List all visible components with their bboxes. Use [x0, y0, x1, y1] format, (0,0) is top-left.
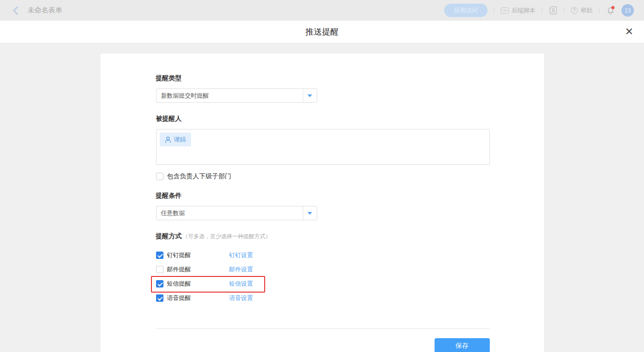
divider	[156, 329, 490, 329]
methods-hint: （可多选，至少选择一种提醒方式）	[183, 233, 271, 241]
contact-card-icon	[549, 6, 557, 15]
voice-settings-link[interactable]: 语音设置	[229, 294, 253, 302]
modal-body: 提醒类型 新数据提交时提醒 被提醒人 谭娟 包含负责人下级子部门 提醒条件 任意…	[0, 43, 644, 352]
voice-checkbox[interactable]	[156, 294, 163, 302]
help-icon: ?	[571, 7, 578, 14]
notification-badge	[611, 6, 615, 9]
divider	[564, 7, 564, 14]
dingtalk-label: 钉钉提醒	[167, 251, 229, 259]
help-label: 帮助	[580, 6, 592, 15]
backend-script-label: 后端脚本	[511, 6, 535, 15]
method-row-dingtalk: 钉钉提醒 钉钉设置	[156, 250, 489, 260]
notifications-button[interactable]	[606, 6, 615, 15]
close-icon[interactable]: ✕	[625, 27, 633, 37]
methods-label: 提醒方式	[156, 232, 182, 241]
email-label: 邮件提醒	[167, 265, 229, 274]
caret-down-icon	[307, 94, 312, 97]
divider	[599, 7, 599, 14]
form-title: 未命名表单	[28, 6, 62, 15]
person-icon	[165, 136, 171, 143]
condition-value: 任意数据	[157, 206, 303, 220]
method-row-email: 邮件提醒 邮件设置	[156, 264, 489, 275]
voice-label: 语音提醒	[167, 294, 229, 302]
modal-title: 推送提醒	[306, 26, 339, 37]
divider	[494, 7, 494, 14]
recipients-label: 被提醒人	[156, 115, 489, 123]
condition-select[interactable]: 任意数据	[156, 206, 317, 220]
reminder-type-select[interactable]: 新数据提交时提醒	[156, 88, 317, 103]
contact-card-button[interactable]	[549, 6, 557, 15]
sms-settings-link[interactable]: 短信设置	[229, 280, 253, 288]
method-row-voice: 语音提醒 语音设置	[156, 293, 489, 303]
include-sub-label: 包含负责人下级子部门	[167, 172, 232, 181]
modal-titlebar: 推送提醒 ✕	[0, 21, 644, 43]
dingtalk-settings-link[interactable]: 钉钉设置	[229, 251, 253, 259]
settings-card: 提醒类型 新数据提交时提醒 被提醒人 谭娟 包含负责人下级子部门 提醒条件 任意…	[100, 53, 545, 352]
divider	[542, 7, 542, 14]
caret-down-icon	[307, 212, 312, 215]
save-button[interactable]: 保存	[435, 338, 490, 352]
sms-checkbox[interactable]	[156, 280, 163, 287]
dingtalk-checkbox[interactable]	[156, 252, 163, 259]
reminder-type-value: 新数据提交时提醒	[157, 89, 303, 102]
sms-label: 短信提醒	[167, 280, 229, 288]
app-access-button[interactable]: 应用访问	[444, 4, 487, 17]
email-checkbox[interactable]	[156, 266, 163, 273]
recipients-box[interactable]: 谭娟	[156, 129, 490, 165]
app-header: 未命名表单 应用访问 </> 后端脚本 ? 帮助	[0, 0, 644, 21]
back-chevron-icon[interactable]	[11, 6, 20, 15]
condition-label: 提醒条件	[156, 192, 489, 200]
reminder-type-label: 提醒类型	[156, 74, 489, 82]
avatar[interactable]: 13	[621, 4, 634, 17]
help-button[interactable]: ? 帮助	[571, 6, 592, 15]
code-icon: </>	[501, 7, 509, 14]
backend-script-button[interactable]: </> 后端脚本	[501, 6, 535, 15]
method-row-sms: 短信提醒 短信设置	[156, 279, 489, 289]
recipient-name: 谭娟	[174, 135, 186, 144]
email-settings-link[interactable]: 邮件设置	[229, 265, 253, 274]
include-sub-checkbox[interactable]	[156, 173, 163, 180]
recipient-tag[interactable]: 谭娟	[160, 133, 191, 147]
